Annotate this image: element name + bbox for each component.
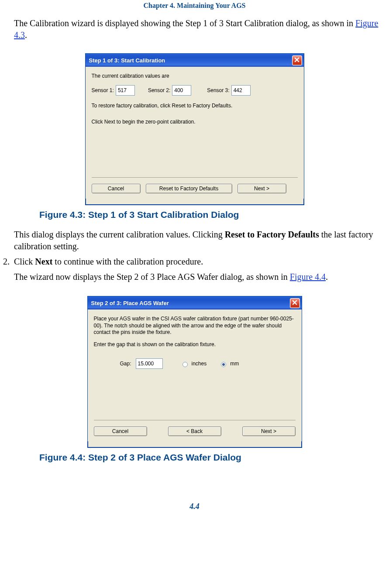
dialog-title: Step 2 of 3: Place AGS Wafer (91, 300, 290, 306)
sensor-2-input[interactable] (172, 85, 191, 96)
sensor-3-label: Sensor 3: (207, 87, 229, 93)
next-bold: Next (35, 257, 52, 266)
intro-text-after: . (25, 30, 27, 40)
text: This dialog displays the current calibra… (14, 230, 225, 239)
intro-text: The Calibration wizard is displayed show… (14, 18, 355, 28)
reset-bold: Reset to Factory Defaults (225, 230, 319, 239)
next-button[interactable]: Next > (242, 426, 296, 436)
reset-to-factory-button[interactable]: Reset to Factory Defaults (146, 184, 232, 193)
figure-4-3-caption: Figure 4.3: Step 1 of 3 Start Calibratio… (39, 210, 380, 220)
step-2-text: Click Next to continue with the calibrat… (14, 256, 380, 268)
place-wafer-instruction: Place your AGS wafer in the CSI AGS wafe… (94, 316, 296, 336)
divider (94, 420, 296, 420)
text: The wizard now displays the Step 2 of 3 … (14, 272, 290, 282)
click-next-text: Click Next to begin the zero-point calib… (92, 119, 298, 126)
figure-4-4-link[interactable]: Figure 4.4 (290, 272, 326, 282)
start-calibration-dialog: Step 1 of 3: Start Calibration The curre… (85, 53, 304, 205)
current-values-label: The current calibration values are (92, 73, 298, 80)
after-dialog1-paragraph: This dialog displays the current calibra… (14, 229, 380, 252)
text: Click (14, 257, 35, 266)
restore-factory-text: To restore factory calibration, click Re… (92, 103, 298, 110)
sensor-1-label: Sensor 1: (92, 87, 114, 93)
gap-input[interactable] (136, 358, 163, 369)
dialog-title: Step 1 of 3: Start Calibration (89, 57, 292, 64)
sensor-1-input[interactable] (116, 85, 135, 96)
sensor-2-label: Sensor 2: (148, 87, 170, 93)
titlebar: Step 1 of 3: Start Calibration (86, 54, 304, 67)
titlebar: Step 2 of 3: Place AGS Wafer (88, 296, 302, 309)
close-icon (294, 57, 299, 64)
sensor-3-input[interactable] (231, 85, 251, 96)
cancel-button[interactable]: Cancel (94, 426, 147, 436)
inches-label: inches (192, 361, 207, 367)
mm-label: mm (230, 361, 239, 367)
close-button[interactable] (290, 298, 300, 308)
back-button[interactable]: < Back (168, 426, 221, 436)
wizard-step2-intro: The wizard now displays the Step 2 of 3 … (14, 271, 380, 283)
place-wafer-dialog: Step 2 of 3: Place AGS Wafer Place your … (87, 296, 302, 448)
text: . (326, 272, 328, 282)
cancel-button[interactable]: Cancel (92, 184, 141, 193)
text: to continue with the calibration procedu… (52, 257, 203, 266)
unit-inches-radio[interactable]: inches (180, 361, 207, 367)
gap-label: Gap: (120, 361, 131, 367)
close-icon (292, 300, 297, 306)
unit-mm-radio[interactable]: mm (219, 361, 239, 367)
intro-paragraph: The Calibration wizard is displayed show… (14, 17, 380, 41)
close-button[interactable] (292, 55, 302, 65)
chapter-header: Chapter 4. Maintaining Your AGS (9, 2, 380, 10)
figure-4-4-caption: Figure 4.4: Step 2 of 3 Place AGS Wafer … (39, 452, 380, 463)
divider (92, 177, 298, 178)
next-button[interactable]: Next > (238, 184, 286, 193)
enter-gap-instruction: Enter the gap that is shown on the calib… (94, 341, 296, 348)
page-number: 4.4 (9, 502, 380, 511)
step-number-2: 2. (1, 256, 14, 268)
